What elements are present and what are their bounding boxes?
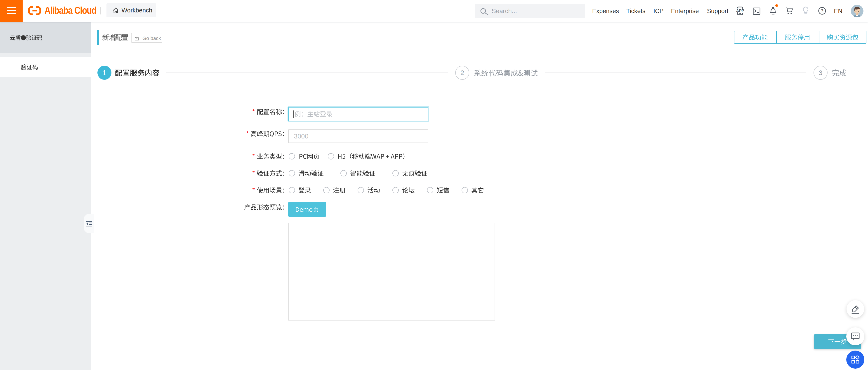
svg-text:APP: APP	[736, 8, 744, 13]
svg-text:?: ?	[821, 8, 824, 13]
